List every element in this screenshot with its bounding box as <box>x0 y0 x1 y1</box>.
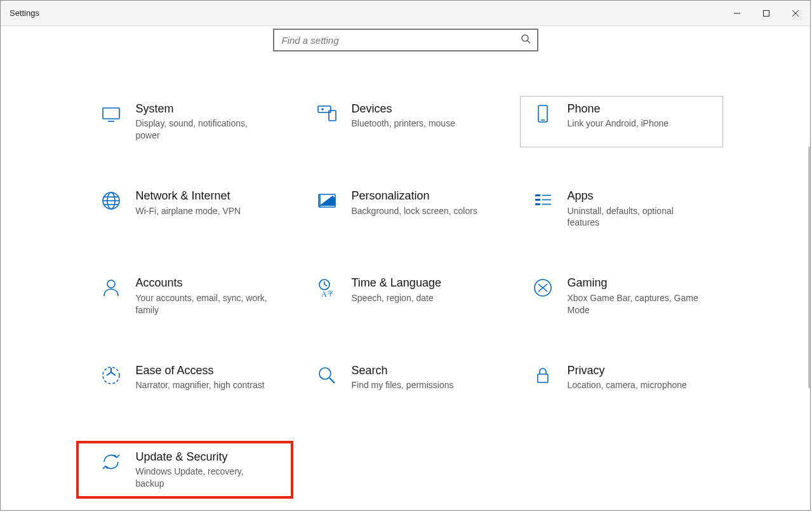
tile-desc: Windows Update, recovery, backup <box>136 466 269 490</box>
devices-icon <box>311 102 343 125</box>
svg-rect-1 <box>764 10 769 16</box>
settings-window: Settings SystemDisplay, sound, notificat… <box>0 0 811 511</box>
tile-title: Devices <box>352 102 455 116</box>
tile-phone[interactable]: PhoneLink your Android, iPhone <box>520 96 723 147</box>
window-controls <box>722 1 810 25</box>
apps-icon <box>527 189 559 212</box>
tile-title: Update & Security <box>136 450 269 464</box>
tile-desc: Narrator, magnifier, high contrast <box>136 379 265 391</box>
update-icon <box>95 450 127 473</box>
tile-desc: Find my files, permissions <box>352 379 454 391</box>
tile-title: Apps <box>568 189 701 203</box>
tile-system[interactable]: SystemDisplay, sound, notifications, pow… <box>88 96 291 147</box>
tile-title: Gaming <box>568 276 701 290</box>
tile-title: Phone <box>568 102 669 116</box>
search-icon <box>521 34 531 46</box>
tile-time[interactable]: Time & LanguageSpeech, region, date <box>304 270 507 321</box>
privacy-icon <box>527 363 559 386</box>
tile-title: Search <box>352 363 454 378</box>
tile-desc: Uninstall, defaults, optional features <box>568 205 701 229</box>
tile-text: Time & LanguageSpeech, region, date <box>352 276 441 304</box>
titlebar: Settings <box>1 1 810 26</box>
tile-text: DevicesBluetooth, printers, mouse <box>352 102 455 130</box>
tile-privacy[interactable]: PrivacyLocation, camera, microphone <box>520 358 723 408</box>
tile-text: PrivacyLocation, camera, microphone <box>568 363 687 391</box>
svg-line-5 <box>528 41 530 43</box>
network-icon <box>95 189 127 212</box>
tile-text: AccountsYour accounts, email, sync, work… <box>136 276 269 316</box>
tile-desc: Location, camera, microphone <box>568 379 687 391</box>
tile-text: Ease of AccessNarrator, magnifier, high … <box>136 363 265 391</box>
svg-point-4 <box>522 35 528 41</box>
tile-network[interactable]: Network & InternetWi-Fi, airplane mode, … <box>88 183 291 234</box>
tile-text: SearchFind my files, permissions <box>352 363 454 391</box>
tile-desc: Speech, region, date <box>352 292 441 304</box>
phone-icon <box>527 102 559 125</box>
search-input[interactable] <box>281 34 521 46</box>
search-row <box>1 29 810 51</box>
tile-apps[interactable]: AppsUninstall, defaults, optional featur… <box>520 183 723 234</box>
tile-desc: Display, sound, notifications, power <box>136 118 269 142</box>
tile-desc: Background, lock screen, colors <box>352 205 477 217</box>
accounts-icon <box>95 276 127 299</box>
tile-desc: Wi-Fi, airplane mode, VPN <box>136 205 241 217</box>
tile-title: Network & Internet <box>136 189 241 203</box>
tile-desc: Your accounts, email, sync, work, family <box>136 292 269 316</box>
tile-gaming[interactable]: GamingXbox Game Bar, captures, Game Mode <box>520 270 723 321</box>
tile-title: Accounts <box>136 276 269 290</box>
tile-title: Time & Language <box>352 276 441 290</box>
tile-text: PersonalizationBackground, lock screen, … <box>352 189 477 217</box>
tile-desc: Bluetooth, printers, mouse <box>352 118 455 130</box>
tile-text: Update & SecurityWindows Update, recover… <box>136 450 269 490</box>
tile-search[interactable]: SearchFind my files, permissions <box>304 358 507 408</box>
close-button[interactable] <box>781 1 810 25</box>
tile-title: Personalization <box>352 189 477 203</box>
tile-personalization[interactable]: PersonalizationBackground, lock screen, … <box>304 183 507 234</box>
tile-text: AppsUninstall, defaults, optional featur… <box>568 189 701 229</box>
tile-accounts[interactable]: AccountsYour accounts, email, sync, work… <box>88 270 291 321</box>
ease-icon <box>95 363 127 386</box>
tile-desc: Xbox Game Bar, captures, Game Mode <box>568 292 701 316</box>
tile-text: GamingXbox Game Bar, captures, Game Mode <box>568 276 701 316</box>
personalization-icon <box>311 189 343 212</box>
tile-devices[interactable]: DevicesBluetooth, printers, mouse <box>304 96 507 147</box>
window-title: Settings <box>1 8 39 18</box>
tile-ease[interactable]: Ease of AccessNarrator, magnifier, high … <box>88 358 291 408</box>
tile-desc: Link your Android, iPhone <box>568 118 669 130</box>
scrollbar[interactable] <box>808 147 810 388</box>
tile-title: Ease of Access <box>136 363 265 378</box>
tile-update[interactable]: Update & SecurityWindows Update, recover… <box>88 444 291 495</box>
search-icon <box>311 363 343 386</box>
tile-text: Network & InternetWi-Fi, airplane mode, … <box>136 189 241 217</box>
tile-text: SystemDisplay, sound, notifications, pow… <box>136 102 269 142</box>
system-icon <box>95 102 127 125</box>
tile-title: Privacy <box>568 363 687 378</box>
minimize-button[interactable] <box>722 1 752 25</box>
settings-grid: SystemDisplay, sound, notifications, pow… <box>88 96 723 495</box>
time-icon <box>311 276 343 299</box>
maximize-button[interactable] <box>752 1 781 25</box>
tile-text: PhoneLink your Android, iPhone <box>568 102 669 130</box>
search-box[interactable] <box>273 29 538 51</box>
tile-title: System <box>136 102 269 116</box>
gaming-icon <box>527 276 559 299</box>
